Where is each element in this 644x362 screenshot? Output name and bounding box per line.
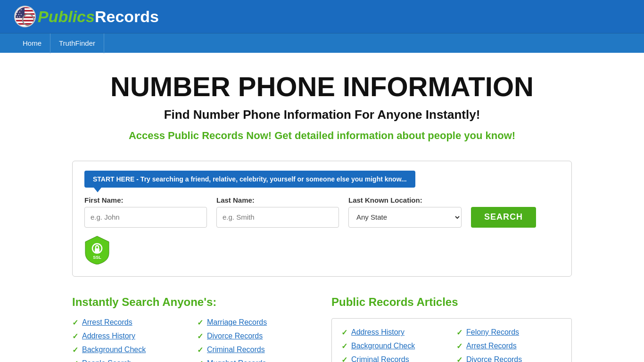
records-list: ✓ Arrest Records ✓ Marriage Records ✓ Ad… xyxy=(72,318,313,362)
check-icon: ✓ xyxy=(72,359,78,362)
search-box: START HERE - Try searching a friend, rel… xyxy=(72,161,572,277)
mugshot-records-link[interactable]: Mugshot Records xyxy=(207,359,266,362)
background-check-article-link[interactable]: Background Check xyxy=(351,342,415,350)
address-history-link[interactable]: Address History xyxy=(82,332,135,340)
public-records-title: Public Records Articles xyxy=(331,296,572,309)
divorce-records-article-link[interactable]: Divorce Records xyxy=(466,355,522,362)
state-select[interactable]: Any State AlabamaAlaskaArizona ArkansasC… xyxy=(348,207,462,228)
last-name-label: Last Name: xyxy=(216,196,339,204)
list-item: ✓ Arrest Records xyxy=(72,318,188,327)
logo[interactable]: ★ ★ ★ ★ ★ ★ ★ ★ ★ ★ PublicsRecords xyxy=(14,6,159,27)
hero-section: NUMBER PHONE INFORMATION Find Number Pho… xyxy=(0,53,644,161)
svg-text:SSL: SSL xyxy=(93,255,101,260)
instantly-search-title: Instantly Search Anyone's: xyxy=(72,296,313,309)
check-icon: ✓ xyxy=(72,318,78,327)
check-icon: ✓ xyxy=(72,332,78,341)
list-item: ✓ Felony Records xyxy=(456,328,562,337)
list-item: ✓ Divorce Records xyxy=(197,332,313,341)
criminal-records-article-link[interactable]: Criminal Records xyxy=(351,355,409,362)
svg-rect-9 xyxy=(15,26,36,27)
location-label: Last Known Location: xyxy=(348,196,462,204)
felony-records-link[interactable]: Felony Records xyxy=(466,328,519,337)
search-tooltip: START HERE - Try searching a friend, rel… xyxy=(84,171,415,188)
check-icon: ✓ xyxy=(341,355,347,362)
list-item: ✓ Address History xyxy=(72,332,188,341)
nav-truthfinder[interactable]: TruthFinder xyxy=(50,33,104,53)
svg-rect-7 xyxy=(15,20,36,22)
check-icon: ✓ xyxy=(197,346,203,354)
list-item: ✓ Background Check xyxy=(72,346,188,354)
navigation: Home TruthFinder xyxy=(0,33,644,53)
last-name-input[interactable] xyxy=(216,207,339,228)
location-group: Last Known Location: Any State AlabamaAl… xyxy=(348,196,462,228)
list-item: ✓ Marriage Records xyxy=(197,318,313,327)
articles-box: ✓ Address History ✓ Felony Records ✓ Bac… xyxy=(331,318,572,362)
hero-subtitle: Find Number Phone Information For Anyone… xyxy=(9,107,635,122)
svg-text:★ ★: ★ ★ xyxy=(17,16,21,18)
arrest-records-link[interactable]: Arrest Records xyxy=(82,318,132,327)
first-name-label: First Name: xyxy=(84,196,207,204)
first-name-group: First Name: xyxy=(84,196,207,228)
people-search-link[interactable]: People Search xyxy=(82,359,132,362)
marriage-records-link[interactable]: Marriage Records xyxy=(207,318,267,327)
header: ★ ★ ★ ★ ★ ★ ★ ★ ★ ★ PublicsRecords xyxy=(0,0,644,33)
arrest-records-article-link[interactable]: Arrest Records xyxy=(466,342,517,350)
search-button[interactable]: SEARCH xyxy=(471,207,536,228)
list-item: ✓ Mugshot Records xyxy=(197,359,313,362)
last-name-group: Last Name: xyxy=(216,196,339,228)
divorce-records-link[interactable]: Divorce Records xyxy=(207,332,263,340)
check-icon: ✓ xyxy=(72,346,78,354)
check-icon: ✓ xyxy=(197,318,203,327)
public-records-section: Public Records Articles ✓ Address Histor… xyxy=(331,296,572,362)
check-icon: ✓ xyxy=(341,342,347,351)
background-check-link[interactable]: Background Check xyxy=(82,346,146,354)
check-icon: ✓ xyxy=(197,332,203,341)
list-item: ✓ Criminal Records xyxy=(341,355,447,362)
logo-text: PublicsRecords xyxy=(38,8,159,26)
list-item: ✓ People Search xyxy=(72,359,188,362)
check-icon: ✓ xyxy=(341,328,347,337)
content-area: Instantly Search Anyone's: ✓ Arrest Reco… xyxy=(63,296,581,362)
list-item: ✓ Background Check xyxy=(341,342,447,351)
list-item: ✓ Arrest Records xyxy=(456,342,562,351)
instantly-search-section: Instantly Search Anyone's: ✓ Arrest Reco… xyxy=(72,296,313,362)
articles-list: ✓ Address History ✓ Felony Records ✓ Bac… xyxy=(341,328,562,362)
list-item: ✓ Criminal Records xyxy=(197,346,313,354)
nav-home[interactable]: Home xyxy=(14,33,50,53)
hero-cta: Access Public Records Now! Get detailed … xyxy=(9,130,635,142)
svg-line-16 xyxy=(33,24,36,27)
criminal-records-link[interactable]: Criminal Records xyxy=(207,346,265,354)
list-item: ✓ Divorce Records xyxy=(456,355,562,362)
list-item: ✓ Address History xyxy=(341,328,447,337)
page-title: NUMBER PHONE INFORMATION xyxy=(9,72,635,102)
search-fields: First Name: Last Name: Last Known Locati… xyxy=(84,196,560,228)
check-icon: ✓ xyxy=(456,328,462,337)
address-history-article-link[interactable]: Address History xyxy=(351,328,405,337)
check-icon: ✓ xyxy=(456,355,462,362)
first-name-input[interactable] xyxy=(84,207,207,228)
check-icon: ✓ xyxy=(456,342,462,351)
check-icon: ✓ xyxy=(197,359,203,362)
ssl-badge: SSL xyxy=(84,235,560,264)
